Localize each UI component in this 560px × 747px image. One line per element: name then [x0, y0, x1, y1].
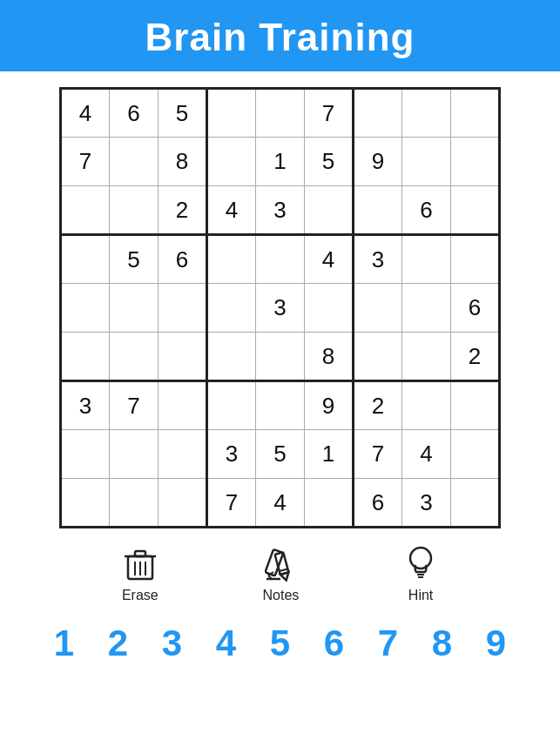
cell-2-4[interactable]: 3: [256, 186, 305, 235]
number-btn-6[interactable]: 6: [314, 622, 355, 664]
cell-2-6[interactable]: [354, 186, 402, 235]
cell-7-7[interactable]: 4: [402, 430, 451, 479]
cell-8-7[interactable]: 3: [402, 479, 451, 528]
cell-3-7[interactable]: [402, 235, 451, 284]
cell-6-0[interactable]: 3: [61, 381, 110, 430]
cell-4-8[interactable]: 6: [451, 284, 500, 333]
cell-7-5[interactable]: 1: [305, 430, 354, 479]
cell-6-6[interactable]: 2: [354, 381, 402, 430]
cell-3-2[interactable]: 6: [159, 235, 207, 284]
cell-1-7[interactable]: [402, 138, 451, 186]
cell-1-2[interactable]: 8: [159, 138, 207, 186]
cell-2-2[interactable]: 2: [159, 186, 207, 235]
cell-5-8[interactable]: 2: [451, 333, 500, 381]
cell-6-2[interactable]: [159, 381, 207, 430]
cell-5-6[interactable]: [354, 333, 402, 381]
toolbar: Erase Notes: [0, 546, 560, 603]
cell-0-8[interactable]: [451, 89, 500, 138]
cell-2-1[interactable]: [110, 186, 159, 235]
cell-3-5[interactable]: 4: [305, 235, 354, 284]
number-btn-9[interactable]: 9: [476, 622, 517, 664]
cell-8-3[interactable]: 7: [207, 479, 256, 528]
cell-3-1[interactable]: 5: [110, 235, 159, 284]
cell-5-1[interactable]: [110, 333, 159, 381]
cell-7-3[interactable]: 3: [207, 430, 256, 479]
cell-8-6[interactable]: 6: [354, 479, 402, 528]
cell-3-4[interactable]: [256, 235, 305, 284]
cell-8-1[interactable]: [110, 479, 159, 528]
cell-1-5[interactable]: 5: [305, 138, 354, 186]
notes-label: Notes: [262, 588, 299, 603]
cell-4-3[interactable]: [207, 284, 256, 333]
cell-4-7[interactable]: [402, 284, 451, 333]
number-btn-8[interactable]: 8: [422, 622, 463, 664]
cell-6-1[interactable]: 7: [110, 381, 159, 430]
cell-5-0[interactable]: [61, 333, 110, 381]
hint-icon: [403, 546, 438, 584]
cell-1-3[interactable]: [207, 138, 256, 186]
cell-5-3[interactable]: [207, 333, 256, 381]
cell-1-8[interactable]: [451, 138, 500, 186]
cell-1-4[interactable]: 1: [256, 138, 305, 186]
cell-6-3[interactable]: [207, 381, 256, 430]
cell-2-7[interactable]: 6: [402, 186, 451, 235]
cell-0-6[interactable]: [354, 89, 402, 138]
number-row: 123456789: [26, 622, 535, 664]
cell-6-5[interactable]: 9: [305, 381, 354, 430]
cell-8-0[interactable]: [61, 479, 110, 528]
number-btn-2[interactable]: 2: [98, 622, 139, 664]
notes-button[interactable]: Notes: [262, 546, 299, 603]
cell-4-6[interactable]: [354, 284, 402, 333]
sudoku-grid[interactable]: 4657781592436564336823792351747463: [59, 87, 501, 528]
cell-3-6[interactable]: 3: [354, 235, 402, 284]
cell-4-4[interactable]: 3: [256, 284, 305, 333]
number-btn-5[interactable]: 5: [260, 622, 301, 664]
number-btn-7[interactable]: 7: [368, 622, 409, 664]
cell-0-7[interactable]: [402, 89, 451, 138]
erase-button[interactable]: Erase: [122, 546, 159, 603]
cell-0-4[interactable]: [256, 89, 305, 138]
cell-7-8[interactable]: [451, 430, 500, 479]
cell-6-7[interactable]: [402, 381, 451, 430]
cell-5-7[interactable]: [402, 333, 451, 381]
cell-1-6[interactable]: 9: [354, 138, 402, 186]
cell-5-2[interactable]: [159, 333, 207, 381]
cell-0-0[interactable]: 4: [61, 89, 110, 138]
cell-0-5[interactable]: 7: [305, 89, 354, 138]
cell-8-2[interactable]: [159, 479, 207, 528]
cell-2-3[interactable]: 4: [207, 186, 256, 235]
cell-2-8[interactable]: [451, 186, 500, 235]
cell-5-5[interactable]: 8: [305, 333, 354, 381]
cell-0-3[interactable]: [207, 89, 256, 138]
cell-4-2[interactable]: [159, 284, 207, 333]
cell-7-2[interactable]: [159, 430, 207, 479]
cell-6-4[interactable]: [256, 381, 305, 430]
number-btn-3[interactable]: 3: [152, 622, 193, 664]
cell-7-4[interactable]: 5: [256, 430, 305, 479]
cell-4-1[interactable]: [110, 284, 159, 333]
cell-8-4[interactable]: 4: [256, 479, 305, 528]
hint-button[interactable]: Hint: [403, 546, 438, 603]
cell-7-6[interactable]: 7: [354, 430, 402, 479]
cell-3-8[interactable]: [451, 235, 500, 284]
cell-8-5[interactable]: [305, 479, 354, 528]
cell-0-1[interactable]: 6: [110, 89, 159, 138]
cell-4-0[interactable]: [61, 284, 110, 333]
erase-label: Erase: [122, 588, 159, 603]
cell-3-0[interactable]: [61, 235, 110, 284]
cell-0-2[interactable]: 5: [159, 89, 207, 138]
cell-8-8[interactable]: [451, 479, 500, 528]
cell-6-8[interactable]: [451, 381, 500, 430]
cell-7-1[interactable]: [110, 430, 159, 479]
cell-4-5[interactable]: [305, 284, 354, 333]
cell-1-0[interactable]: 7: [61, 138, 110, 186]
cell-2-5[interactable]: [305, 186, 354, 235]
cell-5-4[interactable]: [256, 333, 305, 381]
cell-3-3[interactable]: [207, 235, 256, 284]
number-btn-4[interactable]: 4: [206, 622, 247, 664]
cell-1-1[interactable]: [110, 138, 159, 186]
hint-label: Hint: [408, 588, 433, 603]
number-btn-1[interactable]: 1: [44, 622, 85, 664]
cell-2-0[interactable]: [61, 186, 110, 235]
cell-7-0[interactable]: [61, 430, 110, 479]
